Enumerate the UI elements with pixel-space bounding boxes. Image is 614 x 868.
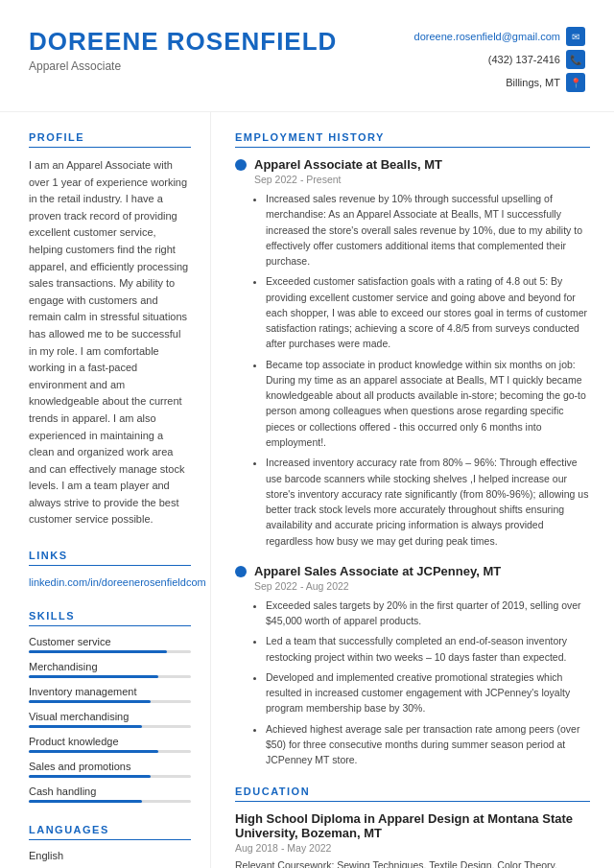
main-content: PROFILE I am an Apparel Associate with o… [0,112,614,868]
skill-bar-fill [29,750,158,753]
skill-label: Sales and promotions [29,761,191,772]
job-date: Sep 2022 - Aug 2022 [254,580,590,592]
profile-title: PROFILE [29,131,191,148]
skill-bar-bg [29,800,191,803]
skill-bar-fill [29,775,151,778]
education-coursework: Relevant Coursework: Sewing Techniques, … [235,857,590,869]
skill-label: Cash handling [29,786,191,797]
skill-bar-fill [29,650,167,653]
skill-bar-fill [29,700,151,703]
job-date: Sep 2022 - Present [254,174,590,185]
email-contact: doreene.rosenfield@gmail.com ✉ [414,27,585,46]
email-icon: ✉ [566,27,585,46]
resume-header: DOREENE ROSENFIELD Apparel Associate dor… [0,0,614,112]
employment-title: EMPLOYMENT HISTORY [235,131,590,148]
skills-section: SKILLS Customer service Merchandising In… [29,610,191,803]
bullet-item: Became top associate in product knowledg… [266,357,590,451]
header-right: doreene.rosenfield@gmail.com ✉ (432) 137… [414,27,585,92]
job-bullets: Exceeded sales targets by 20% in the fir… [254,598,590,768]
languages-section: LANGUAGES EnglishArabic [29,824,191,868]
job-title: Apparel Sales Associate at JCPenney, MT [254,564,501,578]
location-text: Billings, MT [506,77,560,88]
linkedin-link[interactable]: linkedin.com/in/doreenerosenfieldcom [29,576,206,588]
education-degree: High School Diploma in Apparel Design at… [235,811,590,840]
candidate-subtitle: Apparel Associate [29,59,337,73]
jobs-list: Apparel Associate at Bealls, MT Sep 2022… [235,157,590,768]
skills-title: SKILLS [29,610,191,626]
skill-label: Merchandising [29,661,191,672]
job-bullets: Increased sales revenue by 10% through s… [254,191,590,549]
phone-icon: 📞 [566,50,585,69]
job-dot [235,159,247,171]
education-date: Aug 2018 - May 2022 [235,842,590,854]
education-section: EDUCATION High School Diploma in Apparel… [235,786,590,869]
profile-text: I am an Apparel Associate with over 1 ye… [29,157,191,528]
skill-label: Product knowledge [29,736,191,747]
bullet-item: Increased inventory accuracy rate from 8… [266,455,590,549]
links-section: LINKS linkedin.com/in/doreenerosenfieldc… [29,550,191,589]
skill-item: Visual merchandising [29,711,191,728]
skill-bar-bg [29,750,191,753]
skill-bar-bg [29,700,191,703]
skill-bar-bg [29,675,191,678]
email-link[interactable]: doreene.rosenfield@gmail.com [414,31,560,42]
right-column: EMPLOYMENT HISTORY Apparel Associate at … [211,112,614,868]
skill-label: Inventory management [29,686,191,697]
job-header: Apparel Associate at Bealls, MT [235,157,590,172]
education-title: EDUCATION [235,786,590,802]
skill-bar-bg [29,725,191,728]
skill-item: Customer service [29,636,191,653]
languages-title: LANGUAGES [29,824,191,840]
phone-text: (432) 137-2416 [488,54,560,65]
languages-list: EnglishArabic [29,850,191,868]
skill-bar-bg [29,650,191,653]
job-entry: Apparel Associate at Bealls, MT Sep 2022… [235,157,590,549]
skill-bar-fill [29,675,158,678]
skill-bar-fill [29,725,142,728]
bullet-item: Exceeded customer satisfaction goals wit… [266,273,590,351]
phone-contact: (432) 137-2416 📞 [488,50,585,69]
job-title: Apparel Associate at Bealls, MT [254,157,442,172]
job-dot [235,566,247,577]
location-contact: Billings, MT 📍 [506,73,585,92]
skill-label: Visual merchandising [29,711,191,722]
links-title: LINKS [29,550,191,566]
skill-label: Customer service [29,636,191,647]
bullet-item: Increased sales revenue by 10% through s… [266,191,590,269]
skill-item: Inventory management [29,686,191,703]
bullet-item: Developed and implemented creative promo… [266,669,590,716]
bullet-item: Exceeded sales targets by 20% in the fir… [266,598,590,629]
candidate-name: DOREENE ROSENFIELD [29,27,337,57]
language-item: English [29,850,191,861]
skills-list: Customer service Merchandising Inventory… [29,636,191,803]
skill-bar-bg [29,775,191,778]
employment-section: EMPLOYMENT HISTORY Apparel Associate at … [235,131,590,768]
header-left: DOREENE ROSENFIELD Apparel Associate [29,27,337,73]
bullet-item: Achieved highest average sale per transa… [266,721,590,768]
left-column: PROFILE I am an Apparel Associate with o… [0,112,211,868]
skill-item: Cash handling [29,786,191,803]
skill-item: Product knowledge [29,736,191,753]
job-entry: Apparel Sales Associate at JCPenney, MT … [235,564,590,768]
bullet-item: Led a team that successfully completed a… [266,633,590,665]
location-icon: 📍 [566,73,585,92]
profile-section: PROFILE I am an Apparel Associate with o… [29,131,191,528]
skill-item: Merchandising [29,661,191,678]
job-header: Apparel Sales Associate at JCPenney, MT [235,564,590,578]
skill-bar-fill [29,800,142,803]
skill-item: Sales and promotions [29,761,191,778]
